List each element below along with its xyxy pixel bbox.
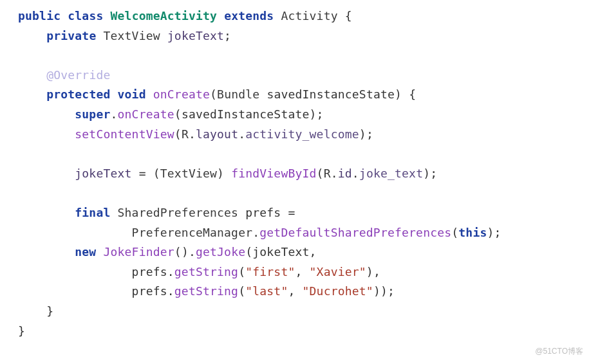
code-line: PreferenceManager.getDefaultSharedPrefer… xyxy=(18,226,502,239)
watermark-text: @51CTO博客 xyxy=(535,345,583,358)
type-sharedpreferences: SharedPreferences xyxy=(118,206,239,219)
brace-open: { xyxy=(338,9,352,23)
code-snippet: public class WelcomeActivity extends Act… xyxy=(0,0,591,341)
type-bundle: Bundle xyxy=(217,87,259,101)
string-literal: "Xavier" xyxy=(310,265,366,278)
keyword-new: new xyxy=(75,245,96,259)
string-literal: "first" xyxy=(245,265,295,278)
field-joketext: jokeText xyxy=(75,167,131,180)
code-line: prefs.getString("first", "Xavier"), xyxy=(18,265,380,278)
method-call: onCreate xyxy=(118,107,174,121)
code-line: super.onCreate(savedInstanceState); xyxy=(18,107,324,121)
keyword-final: final xyxy=(75,206,110,219)
method-findviewbyid: findViewById xyxy=(231,167,316,180)
keyword-protected: protected xyxy=(46,87,110,101)
method-getdefaultshared: getDefaultSharedPreferences xyxy=(259,226,451,239)
code-line: setContentView(R.layout.activity_welcome… xyxy=(18,127,373,141)
method-getstring: getString xyxy=(174,265,238,278)
keyword-void: void xyxy=(118,87,146,101)
code-line: @Override xyxy=(18,68,111,82)
string-literal: "last" xyxy=(245,284,288,298)
field-joketext: jokeText xyxy=(167,29,224,42)
code-line: } xyxy=(18,304,53,318)
annotation-override: @Override xyxy=(46,68,110,82)
var-prefs: prefs xyxy=(245,206,281,219)
keyword-class: class xyxy=(68,9,103,23)
code-line: } xyxy=(18,324,25,338)
keyword-super: super xyxy=(75,107,110,121)
var-prefs: prefs xyxy=(132,284,167,298)
string-literal: "Ducrohet" xyxy=(303,284,373,298)
keyword-public: public xyxy=(18,9,61,23)
param-name: savedInstanceState xyxy=(267,87,395,101)
code-line: public class WelcomeActivity extends Act… xyxy=(18,9,352,23)
code-line: final SharedPreferences prefs = xyxy=(18,206,295,219)
method-oncreate: onCreate xyxy=(153,87,210,101)
code-line: jokeText = (TextView) findViewById(R.id.… xyxy=(18,167,437,180)
code-line: private TextView jokeText; xyxy=(18,29,231,42)
var-prefs: prefs xyxy=(132,265,167,278)
keyword-extends: extends xyxy=(224,9,274,23)
supertype: Activity xyxy=(281,9,337,23)
type-textview: TextView xyxy=(103,29,160,42)
ctor-jokefinder: JokeFinder xyxy=(103,245,174,259)
brace-close: } xyxy=(18,324,25,338)
code-line: prefs.getString("last", "Ducrohet")); xyxy=(18,284,395,298)
code-line: protected void onCreate(Bundle savedInst… xyxy=(18,87,416,101)
code-line: new JokeFinder().getJoke(jokeText, xyxy=(18,245,317,259)
keyword-this: this xyxy=(458,226,487,239)
keyword-private: private xyxy=(46,29,96,42)
method-getjoke: getJoke xyxy=(196,245,245,259)
method-getstring: getString xyxy=(174,284,238,298)
type-preferencemanager: PreferenceManager xyxy=(132,226,253,239)
class-name: WelcomeActivity xyxy=(111,9,218,23)
method-setcontentview: setContentView xyxy=(75,127,174,141)
brace-close: } xyxy=(46,304,53,318)
